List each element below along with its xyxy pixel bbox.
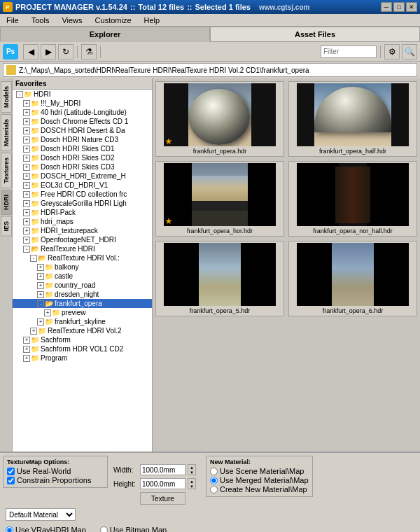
expand-15[interactable]: + xyxy=(23,237,30,244)
expand-balkony[interactable]: + xyxy=(37,264,44,271)
height-spinner[interactable]: ▲ ▼ xyxy=(188,478,196,489)
expand-hdri[interactable]: - xyxy=(16,91,23,98)
tree-item-vol2[interactable]: + 📁 RealTexture HDRI Vol.2 xyxy=(13,326,152,335)
minimize-button[interactable]: ─ xyxy=(381,2,392,12)
expand-1[interactable]: + xyxy=(23,109,30,116)
expand-4[interactable]: + xyxy=(23,136,30,144)
tree-item-4[interactable]: + 📁 Dosch HDRI Nature CD3 xyxy=(13,135,152,144)
menu-help[interactable]: Help xyxy=(142,15,162,25)
tree-item-7[interactable]: + 📁 Dosch HDRI Skies CD3 xyxy=(13,162,152,172)
tree-item-skyline[interactable]: + 📁 frankfurt_skyline xyxy=(13,317,152,326)
close-button[interactable]: ✕ xyxy=(406,2,417,12)
tree-item-10[interactable]: + 📁 Free HDRI CD collection frc xyxy=(13,190,152,199)
tree-item-balkony[interactable]: + 📁 balkony xyxy=(13,262,152,272)
expand-vol2[interactable]: + xyxy=(30,328,37,335)
expand-2[interactable]: + xyxy=(23,118,30,125)
expand-14[interactable]: + xyxy=(23,227,30,234)
menu-customize[interactable]: Customize xyxy=(93,15,134,25)
maximize-button[interactable]: □ xyxy=(393,2,405,12)
width-input[interactable] xyxy=(140,464,186,475)
tab-explorer[interactable]: Explorer xyxy=(0,27,210,42)
width-spinner[interactable]: ▲ ▼ xyxy=(188,464,196,475)
side-tab-materials[interactable]: Materials xyxy=(1,114,12,151)
thumb-item-5[interactable]: frankfurt_opera_6.hdr xyxy=(288,241,417,316)
expand-5[interactable]: + xyxy=(23,146,30,153)
create-new-radio[interactable] xyxy=(210,486,218,493)
width-down[interactable]: ▼ xyxy=(188,470,195,475)
tree-item-13[interactable]: + 📁 hdri_maps xyxy=(13,217,152,226)
thumb-item-0[interactable]: frankfurt_opera.hdr xyxy=(155,81,284,157)
texture-button[interactable]: Texture xyxy=(140,492,186,505)
use-bitmap-radio[interactable] xyxy=(100,526,108,533)
filter-button[interactable]: ⚗ xyxy=(81,44,97,59)
tree-section-hdri[interactable]: - 📁 HDRI xyxy=(13,90,152,99)
tree-item-program[interactable]: + 📁 Program xyxy=(13,354,152,363)
expand-skyline[interactable]: + xyxy=(37,318,44,326)
thumb-item-2[interactable]: frankfurt_opera_hor.hdr xyxy=(155,161,284,237)
expand-10[interactable]: + xyxy=(23,191,30,198)
use-vray-radio[interactable] xyxy=(6,526,13,533)
expand-castle[interactable]: + xyxy=(37,273,44,280)
tree-item-9[interactable]: + 📁 EOL3d CD_HDRI_V1 xyxy=(13,181,152,190)
expand-vol1[interactable]: - xyxy=(30,255,37,262)
tree-item-country[interactable]: + 📁 country_road xyxy=(13,281,152,290)
tree-item-frankfurt[interactable]: - 📂 frankfurt_opera xyxy=(13,299,152,308)
tree-item-6[interactable]: + 📁 Dosch HDRI Skies CD2 xyxy=(13,153,152,162)
material-dropdown[interactable]: Default Material xyxy=(6,508,76,521)
use-merged-radio[interactable] xyxy=(210,477,218,484)
tree-item-8[interactable]: + 📁 DOSCH_HDRI_Extreme_H xyxy=(13,172,152,181)
menu-file[interactable]: File xyxy=(4,15,21,25)
expand-frankfurt[interactable]: - xyxy=(37,300,44,307)
thumb-item-1[interactable]: frankfurt_opera_half.hdr xyxy=(288,81,417,157)
tree-item-vol1[interactable]: - 📂 RealTexture HDRI Vol.: xyxy=(13,253,152,262)
width-up[interactable]: ▲ xyxy=(188,465,195,470)
forward-button[interactable]: ▶ xyxy=(41,44,56,59)
height-input[interactable] xyxy=(140,478,186,489)
use-realworld-checkbox[interactable] xyxy=(7,468,15,475)
tree-item-realtexure[interactable]: - 📂 RealTexure HDRI xyxy=(13,244,152,253)
back-button[interactable]: ◀ xyxy=(23,44,38,59)
expand-11[interactable]: + xyxy=(23,200,30,207)
tree-item-12[interactable]: + 📁 HDRI-Pack xyxy=(13,208,152,217)
expand-7[interactable]: + xyxy=(23,164,30,171)
expand-12[interactable]: + xyxy=(23,209,30,216)
use-scene-radio[interactable] xyxy=(210,468,218,475)
tree-item-dresden[interactable]: + 📁 dresden_night xyxy=(13,290,152,299)
settings-button[interactable]: ⚙ xyxy=(384,44,400,59)
tree-item-sachformhdr[interactable]: + 📁 Sachform HDR VOL1 CD2 xyxy=(13,344,152,354)
expand-sachformhdr[interactable]: + xyxy=(23,346,30,353)
expand-dresden[interactable]: + xyxy=(37,291,44,298)
expand-0[interactable]: + xyxy=(23,100,30,107)
expand-country[interactable]: + xyxy=(37,282,44,289)
menu-views[interactable]: Views xyxy=(59,15,84,25)
expand-13[interactable]: + xyxy=(23,218,30,225)
expand-preview[interactable]: + xyxy=(44,309,51,316)
tree-item-0[interactable]: + 📁 !!!_My_HDRI xyxy=(13,99,152,108)
expand-sachform[interactable]: + xyxy=(23,337,30,344)
side-tab-ies[interactable]: IES xyxy=(1,216,12,237)
expand-9[interactable]: + xyxy=(23,182,30,189)
tree-item-14[interactable]: + 📁 HDRI_texturepack xyxy=(13,226,152,235)
thumb-item-3[interactable]: frankfurt_opera_nor_hall.hdr xyxy=(288,161,417,237)
expand-realtexure[interactable]: - xyxy=(23,246,30,253)
thumb-item-4[interactable]: frankfurt_opera_5.hdr xyxy=(155,241,284,316)
height-up[interactable]: ▲ xyxy=(188,479,195,484)
constrain-checkbox[interactable] xyxy=(7,477,15,484)
expand-6[interactable]: + xyxy=(23,155,30,162)
tree-item-11[interactable]: + 📁 GreyscaleGorilla HDRI Ligh xyxy=(13,199,152,208)
expand-program[interactable]: + xyxy=(23,355,30,362)
filter-input[interactable] xyxy=(321,46,377,58)
tree-item-3[interactable]: + 📁 DOSCH HDRI Desert & Da xyxy=(13,126,152,135)
height-down[interactable]: ▼ xyxy=(188,484,195,489)
expand-3[interactable]: + xyxy=(23,127,30,134)
menu-tools[interactable]: Tools xyxy=(29,15,52,25)
tab-asset-files[interactable]: Asset Files xyxy=(210,27,420,42)
side-tab-hdri[interactable]: HDRI xyxy=(1,190,12,215)
tree-item-15[interactable]: + 📁 OpenfootageNET_HDRI xyxy=(13,235,152,244)
side-tab-textures[interactable]: Textures xyxy=(1,153,12,188)
tree-item-sachform[interactable]: + 📁 Sachform xyxy=(13,335,152,344)
tree-item-5[interactable]: + 📁 Dosch HDRI Skies CD1 xyxy=(13,144,152,153)
tree-item-preview[interactable]: + 📁 preview xyxy=(13,308,152,317)
tree-item-1[interactable]: + 📁 40 hdri (Latitude-Longitude) xyxy=(13,108,152,117)
tree-item-castle[interactable]: + 📁 castle xyxy=(13,272,152,281)
